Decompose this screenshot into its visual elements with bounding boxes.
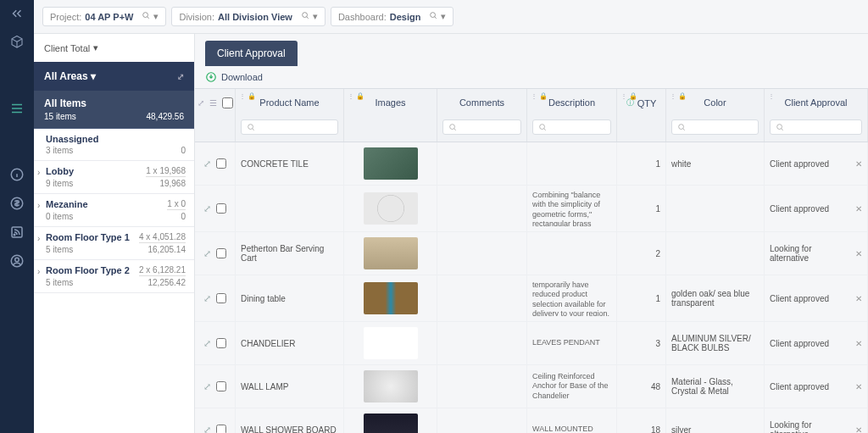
cell-name bbox=[236, 186, 344, 231]
cell-description: WALL MOUNTED bbox=[527, 408, 617, 433]
cell-approval[interactable]: Client approved✕ bbox=[765, 365, 868, 408]
download-button[interactable]: Download bbox=[195, 66, 868, 88]
area-row[interactable]: Unassigned3 items0 bbox=[34, 129, 194, 161]
expand-icon[interactable]: ⤢ bbox=[203, 338, 211, 349]
col-name-header[interactable]: Product Name bbox=[259, 97, 319, 108]
filter-name[interactable] bbox=[241, 119, 338, 135]
close-icon[interactable]: ✕ bbox=[855, 425, 862, 434]
all-items-total: 48,429.56 bbox=[147, 112, 185, 121]
feed-icon[interactable] bbox=[8, 224, 25, 241]
row-checkbox[interactable] bbox=[216, 381, 226, 391]
cell-qty: 18 bbox=[617, 408, 666, 433]
filter-color[interactable] bbox=[671, 119, 759, 135]
cell-color: white bbox=[666, 142, 765, 185]
close-icon[interactable]: ✕ bbox=[855, 339, 862, 348]
cell-approval[interactable]: Client approved✕ bbox=[765, 275, 868, 321]
client-total-dropdown[interactable]: Client Total ▾ bbox=[34, 34, 194, 62]
cell-comments bbox=[437, 186, 527, 231]
area-row[interactable]: Mezanine1 x 00 items0 bbox=[34, 194, 194, 227]
close-icon[interactable]: ✕ bbox=[855, 382, 862, 391]
filter-approval[interactable] bbox=[770, 119, 862, 135]
main: Project: 04 AP P+W ▾ Division: All Divis… bbox=[34, 0, 868, 433]
cell-image[interactable] bbox=[344, 275, 437, 321]
project-selector[interactable]: Project: 04 AP P+W ▾ bbox=[42, 7, 166, 26]
col-approval-header[interactable]: Client Approval bbox=[785, 97, 848, 108]
download-icon bbox=[205, 71, 217, 83]
cell-qty: 1 bbox=[617, 142, 666, 185]
cell-description bbox=[527, 232, 617, 275]
expand-icon[interactable]: ⤢ bbox=[203, 293, 211, 304]
expand-all-icon[interactable]: ⤢ bbox=[198, 98, 204, 108]
col-color-header[interactable]: Color bbox=[704, 97, 726, 108]
cell-approval[interactable]: Client approved✕ bbox=[765, 186, 868, 231]
cell-approval[interactable]: Looking for alternative✕ bbox=[765, 408, 868, 433]
expand-icon[interactable]: ⤢ bbox=[177, 72, 184, 81]
cell-image[interactable] bbox=[344, 186, 437, 231]
filter-comments[interactable] bbox=[442, 119, 521, 135]
cell-approval[interactable]: Client approved✕ bbox=[765, 322, 868, 364]
info-icon[interactable] bbox=[8, 166, 25, 183]
row-checkbox[interactable] bbox=[216, 203, 226, 214]
dollar-icon[interactable] bbox=[8, 195, 25, 212]
row-checkbox[interactable] bbox=[216, 248, 226, 258]
collapse-icon[interactable] bbox=[8, 5, 25, 22]
all-areas-header[interactable]: All Areas ▾ ⤢ bbox=[34, 62, 194, 91]
area-badge: 1 x 0 bbox=[167, 199, 186, 210]
cell-image[interactable] bbox=[344, 232, 437, 275]
cell-image[interactable] bbox=[344, 322, 437, 364]
all-items-row[interactable]: All Items 15 items 48,429.56 bbox=[34, 91, 194, 129]
cell-comments bbox=[437, 232, 527, 275]
cell-approval[interactable]: Client approved✕ bbox=[765, 142, 868, 185]
svg-point-14 bbox=[777, 125, 782, 130]
all-areas-label: All Areas bbox=[44, 70, 88, 82]
left-rail bbox=[0, 0, 34, 433]
col-qty-header[interactable]: QTY bbox=[637, 98, 657, 108]
col-comments-header[interactable]: Comments bbox=[459, 97, 504, 108]
row-checkbox[interactable] bbox=[216, 158, 226, 169]
cell-image[interactable] bbox=[344, 365, 437, 408]
division-selector[interactable]: Division: All Division View ▾ bbox=[171, 7, 325, 26]
expand-icon[interactable]: ⤢ bbox=[203, 425, 211, 434]
cell-name: WALL LAMP bbox=[236, 365, 344, 408]
table-row: ⤢Combining "balance with the simplicity … bbox=[195, 186, 868, 232]
tab-client-approval[interactable]: Client Approval bbox=[205, 41, 298, 66]
svg-point-13 bbox=[679, 125, 684, 130]
expand-icon[interactable]: ⤢ bbox=[203, 248, 211, 259]
area-total: 16,205.14 bbox=[148, 245, 186, 254]
cell-approval[interactable]: Looking for alternative✕ bbox=[765, 232, 868, 275]
grid: ⤢ ☰ ⋮ 🔒Product Name ⋮ 🔒Images bbox=[195, 88, 868, 433]
user-icon[interactable] bbox=[8, 253, 25, 269]
cell-color: Material - Glass, Crystal & Metal bbox=[666, 365, 765, 408]
cell-qty: 3 bbox=[617, 322, 666, 364]
row-checkbox[interactable] bbox=[216, 293, 226, 303]
select-all-checkbox[interactable] bbox=[222, 97, 233, 108]
svg-point-12 bbox=[540, 125, 545, 130]
area-count: 9 items bbox=[46, 179, 73, 188]
area-total: 19,968 bbox=[159, 179, 186, 188]
row-checkbox[interactable] bbox=[216, 425, 226, 433]
filter-desc[interactable] bbox=[532, 119, 611, 135]
area-row[interactable]: Lobby1 x 19,9689 items19,968 bbox=[34, 161, 194, 194]
col-desc-header[interactable]: Description bbox=[548, 97, 595, 108]
tree-icon[interactable]: ☰ bbox=[209, 98, 217, 108]
area-row[interactable]: Room Floor Type 22 x 6,128.215 items12,2… bbox=[34, 260, 194, 293]
expand-icon[interactable]: ⤢ bbox=[203, 158, 211, 169]
cell-color bbox=[666, 232, 765, 275]
area-count: 5 items bbox=[46, 245, 73, 254]
area-row[interactable]: Room Floor Type 14 x 4,051.285 items16,2… bbox=[34, 227, 194, 260]
close-icon[interactable]: ✕ bbox=[855, 294, 862, 303]
dashboard-selector[interactable]: Dashboard: Design ▾ bbox=[331, 7, 454, 26]
close-icon[interactable]: ✕ bbox=[855, 204, 862, 214]
close-icon[interactable]: ✕ bbox=[855, 249, 862, 258]
expand-icon[interactable]: ⤢ bbox=[203, 203, 211, 214]
area-name: Room Floor Type 1 bbox=[46, 232, 130, 242]
row-checkbox[interactable] bbox=[216, 338, 226, 348]
close-icon[interactable]: ✕ bbox=[855, 159, 862, 169]
col-images-header[interactable]: Images bbox=[375, 97, 405, 108]
all-items-title: All Items bbox=[44, 97, 184, 109]
cell-image[interactable] bbox=[344, 142, 437, 185]
cell-image[interactable] bbox=[344, 408, 437, 433]
expand-icon[interactable]: ⤢ bbox=[203, 381, 211, 392]
menu-icon[interactable] bbox=[8, 100, 25, 117]
search-icon bbox=[301, 11, 309, 19]
